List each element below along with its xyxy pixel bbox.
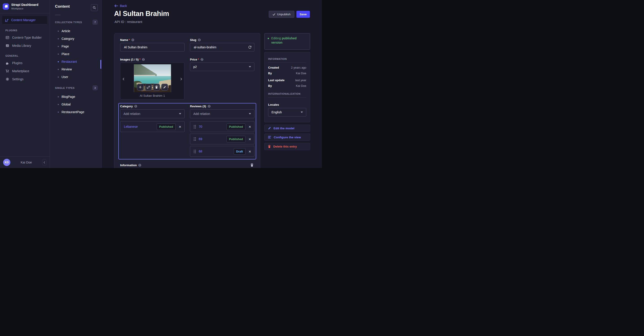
- slug-input[interactable]: al-sultan-brahim: [190, 43, 254, 52]
- information-component-label: Information: [120, 163, 141, 167]
- bullet-dot: [58, 46, 59, 47]
- sidebar-item-restaurantpage[interactable]: RestaurantPage: [50, 108, 101, 116]
- sidebar-item-user[interactable]: User: [50, 73, 101, 81]
- brand-text: Strapi Dashboard Workplace: [11, 3, 38, 10]
- copy-link-button[interactable]: [145, 84, 152, 91]
- slug-field: Slug al-sultan-brahim: [190, 38, 254, 52]
- sidebar-item-restaurant[interactable]: Restaurant: [50, 58, 101, 65]
- remove-relation-button[interactable]: ×: [248, 137, 252, 141]
- regenerate-slug-button[interactable]: [248, 45, 252, 49]
- review-relation-69[interactable]: 69 Published ×: [190, 134, 254, 144]
- edit-model-button[interactable]: Edit the model: [264, 125, 310, 132]
- nav-item-label: Marketplace: [12, 69, 29, 73]
- add-image-button[interactable]: [137, 84, 144, 91]
- sidebar-item-place[interactable]: Place: [50, 50, 101, 58]
- remove-relation-button[interactable]: ×: [248, 149, 252, 154]
- status-badge: Draft: [234, 148, 246, 155]
- relation-link[interactable]: Lebanese: [124, 125, 157, 128]
- review-relation-70[interactable]: 70 Published ×: [190, 121, 254, 132]
- category-label: Category: [120, 105, 184, 108]
- category-relation-lebanese[interactable]: Lebanese Published ×: [120, 121, 184, 132]
- locale-select[interactable]: English: [268, 108, 306, 116]
- app-title: Strapi Dashboard: [11, 3, 38, 7]
- delete-entry-button[interactable]: Delete this entry: [264, 143, 310, 150]
- item-label: Review: [62, 67, 72, 71]
- status-prefix: Editing: [271, 37, 282, 40]
- remove-relation-button[interactable]: ×: [248, 125, 252, 129]
- category-add-relation-select[interactable]: Add relation: [120, 109, 184, 118]
- price-select[interactable]: p2: [190, 63, 254, 71]
- configure-view-button[interactable]: Configure the view: [264, 134, 310, 141]
- nav-item-settings[interactable]: Settings: [2, 75, 48, 83]
- scrollbar-thumb[interactable]: [100, 60, 101, 69]
- gear-icon: [6, 77, 9, 81]
- image-actions: [137, 84, 168, 91]
- back-link[interactable]: Back: [114, 4, 127, 8]
- reviews-field: Reviews (3) Add relation 70 Published ×: [190, 105, 254, 157]
- sidebar-item-global[interactable]: Global: [50, 101, 101, 108]
- workspace-name: Workplace: [11, 7, 38, 10]
- item-label: RestaurantPage: [62, 110, 84, 114]
- relation-link[interactable]: 68: [199, 149, 234, 153]
- drag-handle-icon[interactable]: [194, 125, 196, 128]
- plus-icon: [138, 85, 142, 89]
- drag-handle-icon[interactable]: [194, 137, 196, 141]
- group-title: COLLECTION TYPES: [55, 21, 82, 24]
- reviews-add-relation-select[interactable]: Add relation: [190, 109, 254, 118]
- nav-item-label: Content-Type Builder: [12, 36, 42, 39]
- nav-item-plugins[interactable]: Plugins: [2, 59, 48, 67]
- delete-component-button[interactable]: [250, 163, 254, 167]
- meta-value: last year: [295, 78, 306, 82]
- relation-link[interactable]: 70: [199, 125, 226, 128]
- button-label: Configure the view: [274, 136, 301, 139]
- nav-item-content-manager[interactable]: Content Manager: [2, 16, 48, 24]
- edit-status-card: Editing published version: [264, 33, 310, 50]
- carousel-prev-button[interactable]: [122, 77, 125, 81]
- bullet-dot: [58, 31, 59, 32]
- sidebar-item-article[interactable]: Article: [50, 27, 101, 35]
- edit-status-text: Editing published version: [271, 36, 307, 47]
- sidebar-item-category[interactable]: Category: [50, 35, 101, 43]
- meta-label: Last update: [268, 78, 284, 82]
- avatar[interactable]: KD: [3, 159, 10, 166]
- item-label: Category: [62, 37, 74, 41]
- bullet-dot: [58, 112, 59, 113]
- information-component-row: Information: [120, 163, 254, 167]
- delete-image-button[interactable]: [153, 84, 160, 91]
- drag-handle-icon[interactable]: [194, 150, 196, 153]
- remove-relation-button[interactable]: ×: [178, 125, 182, 129]
- carousel-next-button[interactable]: [180, 77, 183, 81]
- strapi-logo-icon: [3, 3, 9, 10]
- name-input[interactable]: Al Sultan Brahim: [120, 43, 184, 52]
- workspace-brand[interactable]: Strapi Dashboard Workplace: [0, 0, 50, 13]
- entry-form-card: Name* Al Sultan Brahim Slug al-sultan-br…: [114, 33, 260, 168]
- sidebar-item-review[interactable]: Review: [50, 65, 101, 73]
- caret-down-icon: [179, 113, 181, 114]
- name-slug-row: Name* Al Sultan Brahim Slug al-sultan-br…: [120, 38, 254, 52]
- relation-link[interactable]: 69: [199, 137, 226, 141]
- button-label: Edit the model: [274, 127, 294, 130]
- meta-label: Created: [268, 66, 279, 69]
- nav-item-media-library[interactable]: Media Library: [2, 42, 48, 50]
- required-asterisk: *: [198, 58, 199, 61]
- collapse-sidebar-button[interactable]: [42, 159, 46, 165]
- unpublish-button[interactable]: Unpublish: [269, 11, 294, 18]
- sidebar-item-page[interactable]: Page: [50, 43, 101, 50]
- chevron-right-icon: [180, 78, 182, 81]
- search-button[interactable]: [91, 4, 98, 11]
- review-relation-68[interactable]: 68 Draft ×: [190, 146, 254, 157]
- caret-down-icon: [249, 66, 251, 67]
- item-label: Page: [62, 45, 69, 48]
- nav-item-marketplace[interactable]: Marketplace: [2, 67, 48, 75]
- sidebar-footer: KD Kai Doe: [0, 156, 50, 168]
- edit-image-button[interactable]: [161, 84, 168, 91]
- bullet-dot: [58, 54, 59, 55]
- globe-icon: [134, 105, 137, 108]
- caret-down-icon: [249, 113, 251, 114]
- nav-item-content-type-builder[interactable]: Content-Type Builder: [2, 34, 48, 41]
- caret-down-icon: [301, 112, 303, 113]
- category-field: Category Add relation Lebanese Published…: [120, 105, 184, 157]
- sidebar-item-blogpage[interactable]: BlogPage: [50, 93, 101, 101]
- save-button[interactable]: Save: [296, 11, 310, 18]
- main-nav: Content Manager PLUGINS Content-Type Bui…: [0, 13, 50, 83]
